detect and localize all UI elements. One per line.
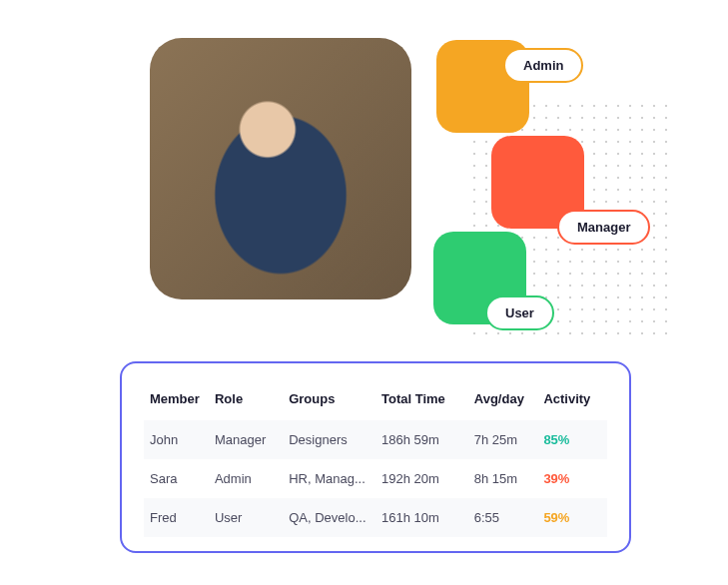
cell-role: Admin xyxy=(209,459,283,498)
cell-member: John xyxy=(144,420,209,459)
cell-role: User xyxy=(209,498,283,537)
cell-groups: Designers xyxy=(283,420,375,459)
user-badge: User xyxy=(485,295,554,330)
cell-role: Manager xyxy=(209,420,283,459)
cell-avg-day: 7h 25m xyxy=(468,420,538,459)
cell-total-time: 192h 20m xyxy=(375,459,468,498)
cell-avg-day: 6:55 xyxy=(468,498,538,537)
admin-badge: Admin xyxy=(503,48,583,83)
main-user-avatar xyxy=(150,38,411,299)
header-member: Member xyxy=(144,383,209,420)
cell-activity: 85% xyxy=(537,420,607,459)
cell-member: Fred xyxy=(144,498,209,537)
cell-groups: QA, Develo... xyxy=(283,498,375,537)
cell-member: Sara xyxy=(144,459,209,498)
table-row[interactable]: John Manager Designers 186h 59m 7h 25m 8… xyxy=(144,420,607,459)
table-row[interactable]: Sara Admin HR, Manag... 192h 20m 8h 15m … xyxy=(144,459,607,498)
manager-badge: Manager xyxy=(557,210,650,245)
header-total-time: Total Time xyxy=(375,383,468,420)
cell-activity: 39% xyxy=(537,459,607,498)
members-table-container: Member Role Groups Total Time Avg/day Ac… xyxy=(120,361,631,553)
header-role: Role xyxy=(209,383,283,420)
table-header-row: Member Role Groups Total Time Avg/day Ac… xyxy=(144,383,607,420)
table-row[interactable]: Fred User QA, Develo... 161h 10m 6:55 59… xyxy=(144,498,607,537)
header-activity: Activity xyxy=(537,383,607,420)
header-avg-day: Avg/day xyxy=(468,383,538,420)
cell-activity: 59% xyxy=(537,498,607,537)
members-table: Member Role Groups Total Time Avg/day Ac… xyxy=(144,383,607,537)
cell-groups: HR, Manag... xyxy=(283,459,375,498)
cell-total-time: 186h 59m xyxy=(375,420,468,459)
cell-total-time: 161h 10m xyxy=(375,498,468,537)
cell-avg-day: 8h 15m xyxy=(468,459,538,498)
header-groups: Groups xyxy=(283,383,375,420)
